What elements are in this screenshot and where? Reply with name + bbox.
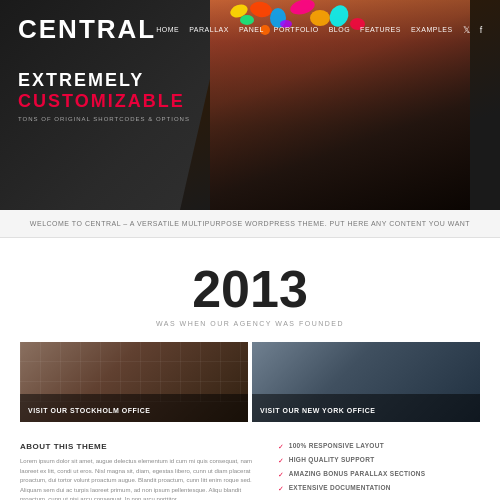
feature-label-2: HIGH QUALITY SUPPORT (289, 456, 375, 463)
facebook-icon[interactable]: f (480, 25, 483, 35)
nav-home[interactable]: HOME (156, 26, 179, 33)
office-label-stockholm: VISIT OUR STOCKHOLM OFFICE (28, 407, 151, 414)
feature-item-3: ✓ AMAZING BONUS PARALLAX SECTIONS (278, 470, 480, 479)
office-card-stockholm[interactable]: VISIT OUR STOCKHOLM OFFICE (20, 342, 248, 422)
about-column: ABOUT THIS THEME Lorem ipsum dolor sit a… (20, 442, 263, 500)
about-title: ABOUT THIS THEME (20, 442, 263, 451)
feature-label-4: EXTENSIVE DOCUMENTATION (289, 484, 391, 491)
features-column: ✓ 100% RESPONSIVE LAYOUT ✓ HIGH QUALITY … (278, 442, 480, 500)
year-number: 2013 (20, 263, 480, 315)
about-features-section: ABOUT THIS THEME Lorem ipsum dolor sit a… (0, 442, 500, 500)
feature-label-1: 100% RESPONSIVE LAYOUT (289, 442, 384, 449)
nav-blog[interactable]: BLOG (329, 26, 350, 33)
offices-row: VISIT OUR STOCKHOLM OFFICE VISIT OUR NEW… (0, 342, 500, 442)
feature-label-3: AMAZING BONUS PARALLAX SECTIONS (289, 470, 426, 477)
check-icon-3: ✓ (278, 471, 284, 479)
hero-line1: EXTREMELY (18, 70, 190, 91)
nav-examples[interactable]: EXAMPLES (411, 26, 453, 33)
welcome-text: WELCOME TO CENTRAL – A VERSATILE MULTIPU… (30, 220, 470, 227)
office-card-newyork[interactable]: VISIT OUR NEW YORK OFFICE (252, 342, 480, 422)
nav-features[interactable]: FEATURES (360, 26, 401, 33)
nav-portfolio[interactable]: PORTFOLIO (274, 26, 319, 33)
hero-section: CENTRAL HOME PARALLAX PANEL PORTFOLIO BL… (0, 0, 500, 210)
check-icon-4: ✓ (278, 485, 284, 493)
hero-text: EXTREMELY CUSTOMIZABLE TONS OF ORIGINAL … (18, 70, 190, 122)
office-overlay-stockholm: VISIT OUR STOCKHOLM OFFICE (20, 394, 248, 422)
hero-subtext: TONS OF ORIGINAL SHORTCODES & OPTIONS (18, 116, 190, 122)
feature-item-4: ✓ EXTENSIVE DOCUMENTATION (278, 484, 480, 493)
about-text: Lorem ipsum dolor sit amet, augue delect… (20, 457, 263, 500)
hero-line2: CUSTOMIZABLE (18, 91, 190, 112)
logo: CENTRAL (18, 14, 156, 45)
welcome-banner: WELCOME TO CENTRAL – A VERSATILE MULTIPU… (0, 210, 500, 238)
office-label-newyork: VISIT OUR NEW YORK OFFICE (260, 407, 375, 414)
nav-menu: HOME PARALLAX PANEL PORTFOLIO BLOG FEATU… (156, 25, 482, 35)
year-section: 2013 WAS WHEN OUR AGENCY WAS FOUNDED (0, 238, 500, 342)
header: CENTRAL HOME PARALLAX PANEL PORTFOLIO BL… (0, 0, 500, 59)
twitter-icon[interactable]: 𝕏 (463, 25, 470, 35)
office-overlay-newyork: VISIT OUR NEW YORK OFFICE (252, 394, 480, 422)
check-icon-1: ✓ (278, 443, 284, 451)
check-icon-2: ✓ (278, 457, 284, 465)
nav-parallax[interactable]: PARALLAX (189, 26, 229, 33)
feature-item-2: ✓ HIGH QUALITY SUPPORT (278, 456, 480, 465)
year-subtitle: WAS WHEN OUR AGENCY WAS FOUNDED (20, 320, 480, 327)
nav-panel[interactable]: PANEL (239, 26, 264, 33)
feature-item-1: ✓ 100% RESPONSIVE LAYOUT (278, 442, 480, 451)
